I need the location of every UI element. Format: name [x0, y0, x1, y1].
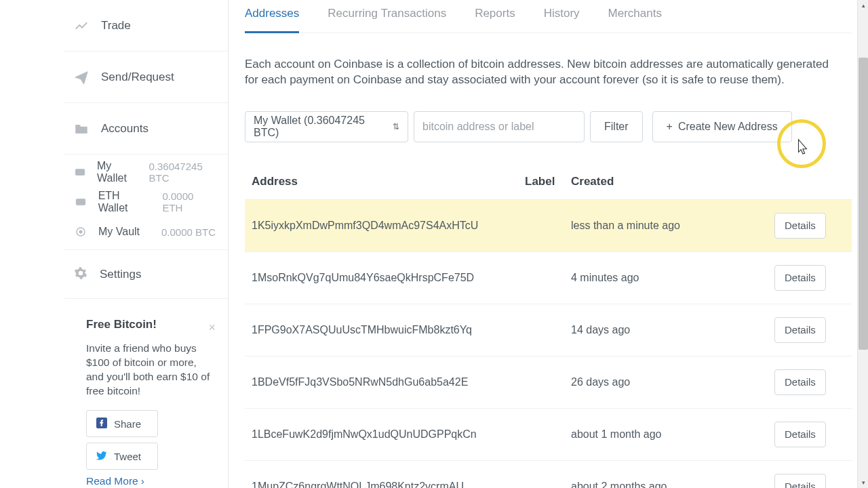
wallet-balance: 0.0000 ETH: [162, 190, 216, 214]
cell-created: about 2 months ago: [571, 481, 774, 488]
cell-created: less than a minute ago: [571, 220, 774, 232]
content-tabs: Addresses Recurring Transactions Reports…: [245, 0, 852, 33]
select-value: My Wallet (0.36047245 BTC): [254, 115, 393, 139]
wallet-my-wallet[interactable]: My Wallet 0.36047245 BTC: [64, 157, 228, 187]
cell-address: 1MupZCz6nqrqWttNQLJm698Kntz2vcrmAU: [252, 481, 525, 488]
col-created-header: Created: [571, 175, 774, 188]
cell-created: about 1 month ago: [571, 428, 774, 441]
table-row: 1BDeVf5fFJq3VSbo5NRwN5dhGu6ab5a42E26 day…: [245, 357, 852, 409]
tweet-button[interactable]: Tweet: [86, 443, 158, 470]
promo-body: Invite a friend who buys $100 of bitcoin…: [86, 341, 216, 398]
facebook-icon: [96, 418, 107, 430]
cell-created: 14 days ago: [571, 324, 774, 336]
wallet-select[interactable]: My Wallet (0.36047245 BTC) ⇅: [245, 111, 408, 142]
table-row: 1MsoRnkQVg7qUmu84Y6saeQkHrspCFe75D4 minu…: [245, 252, 852, 304]
plus-icon: +: [667, 121, 673, 133]
close-icon[interactable]: ×: [208, 321, 216, 335]
table-row: 1MupZCz6nqrqWttNQLJm698Kntz2vcrmAUabout …: [245, 461, 852, 488]
cell-created: 4 minutes ago: [571, 272, 774, 284]
tweet-label: Tweet: [114, 451, 141, 462]
nav-label: Trade: [101, 19, 131, 33]
cell-address: 1BDeVf5fFJq3VSbo5NRwN5dhGu6ab5a42E: [252, 376, 525, 388]
wallet-icon: [74, 165, 86, 179]
wallet-eth[interactable]: ETH Wallet 0.0000 ETH: [64, 187, 228, 217]
nav-settings[interactable]: Settings: [64, 250, 228, 299]
wallet-vault[interactable]: My Vault 0.0000 BTC: [64, 217, 228, 247]
gear-icon: [74, 266, 87, 283]
promo-box: × Free Bitcoin! Invite a friend who buys…: [86, 318, 216, 487]
table-header: Address Label Created: [245, 164, 852, 200]
details-button[interactable]: Details: [774, 422, 826, 447]
col-label-header: Label: [525, 175, 571, 188]
details-button[interactable]: Details: [774, 265, 826, 291]
nav-send[interactable]: Send/Request: [64, 52, 228, 103]
trade-icon: [74, 18, 89, 33]
wallet-balance: 0.0000 BTC: [161, 226, 216, 238]
filter-button[interactable]: Filter: [590, 111, 643, 142]
wallet-list: My Wallet 0.36047245 BTC ETH Wallet 0.00…: [64, 155, 228, 250]
svg-rect-1: [76, 199, 85, 205]
nav-label: Send/Request: [101, 70, 174, 84]
col-address-header: Address: [252, 175, 525, 188]
table-row: 1FPG9oX7ASQUuUscTMHbwuicFMb8kzt6Yq14 day…: [245, 304, 852, 357]
tab-recurring[interactable]: Recurring Transactions: [328, 7, 446, 33]
cell-created: 26 days ago: [571, 376, 774, 388]
filter-input[interactable]: [414, 111, 585, 142]
details-button[interactable]: Details: [774, 369, 826, 395]
tab-merchants[interactable]: Merchants: [608, 7, 662, 33]
wallet-name: My Wallet: [97, 160, 138, 184]
cell-address: 1MsoRnkQVg7qUmu84Y6saeQkHrspCFe75D: [252, 272, 525, 284]
svg-point-3: [79, 230, 83, 234]
address-table: Address Label Created 1K5iyxkpXmDwPmmf3Q…: [245, 164, 852, 488]
chevron-right-icon: ›: [141, 475, 144, 487]
twitter-icon: [96, 450, 107, 463]
table-row: 1LBceFuwK2d9fjmNwQx1udQUnUDGPPqkCnabout …: [245, 409, 852, 461]
cell-address: 1LBceFuwK2d9fjmNwQx1udQUnUDGPPqkCn: [252, 428, 525, 441]
details-button[interactable]: Details: [774, 474, 826, 488]
cell-address: 1K5iyxkpXmDwPmmf3QD4wmAc97S4AxHTcU: [252, 220, 525, 232]
details-button[interactable]: Details: [774, 317, 826, 343]
tab-history[interactable]: History: [544, 7, 580, 33]
wallet-icon: [74, 195, 87, 209]
details-button[interactable]: Details: [774, 213, 826, 239]
wallet-balance: 0.36047245 BTC: [149, 161, 216, 184]
nav-label: Accounts: [101, 122, 149, 136]
table-row: 1K5iyxkpXmDwPmmf3QD4wmAc97S4AxHTcUless t…: [245, 200, 852, 252]
nav-label: Settings: [100, 268, 141, 281]
wallet-name: ETH Wallet: [98, 190, 152, 214]
controls-row: My Wallet (0.36047245 BTC) ⇅ Filter + Cr…: [245, 111, 852, 142]
readmore-label: Read More: [86, 475, 138, 487]
read-more-link[interactable]: Read More ›: [86, 475, 144, 487]
scroll-up-icon[interactable]: ▴: [858, 0, 868, 11]
nav-trade[interactable]: Trade: [64, 0, 228, 52]
tab-reports[interactable]: Reports: [475, 7, 515, 33]
svg-rect-0: [75, 169, 85, 176]
intro-text: Each account on Coinbase is a collection…: [245, 33, 852, 111]
wallet-name: My Vault: [98, 226, 140, 238]
cell-address: 1FPG9oX7ASQUuUscTMHbwuicFMb8kzt6Yq: [252, 324, 525, 336]
create-address-button[interactable]: + Create New Address: [652, 111, 792, 142]
share-label: Share: [114, 418, 141, 430]
vault-icon: [74, 225, 87, 239]
chevron-updown-icon: ⇅: [393, 122, 399, 131]
tab-addresses[interactable]: Addresses: [245, 7, 299, 33]
scroll-thumb[interactable]: [859, 58, 868, 350]
nav-accounts[interactable]: Accounts: [64, 103, 228, 155]
scroll-down-icon[interactable]: ▾: [858, 477, 868, 488]
send-icon: [74, 70, 89, 85]
folder-icon: [74, 121, 89, 136]
promo-title: Free Bitcoin!: [86, 318, 216, 331]
vertical-scrollbar[interactable]: ▴ ▾: [857, 0, 868, 488]
sidebar: Trade Send/Request Accounts My Wallet 0.…: [0, 0, 229, 488]
create-label: Create New Address: [678, 121, 778, 133]
share-button[interactable]: Share: [86, 410, 158, 437]
main-content: Addresses Recurring Transactions Reports…: [229, 0, 868, 488]
